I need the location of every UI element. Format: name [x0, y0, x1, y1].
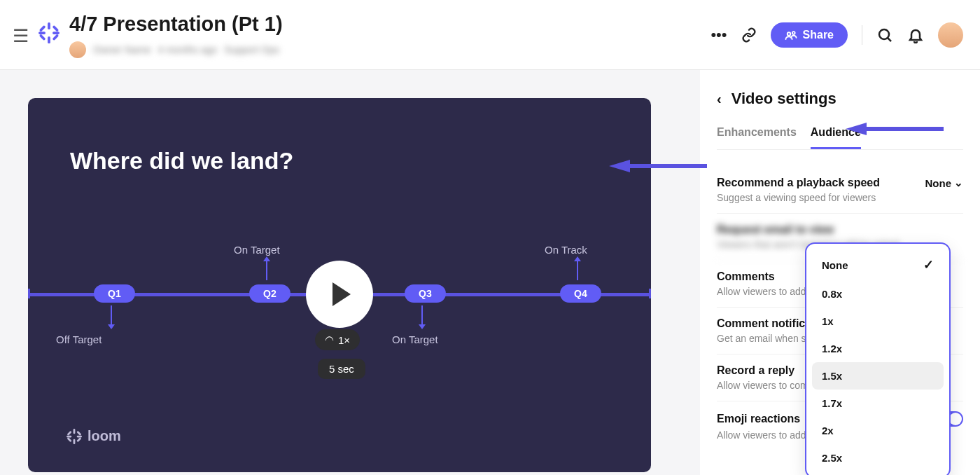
duration-chip: 5 sec	[318, 359, 365, 379]
timeline-tick	[28, 289, 30, 298]
svg-rect-16	[67, 430, 72, 435]
panel-title: Video settings	[732, 90, 836, 108]
search-icon[interactable]	[876, 27, 893, 43]
svg-rect-5	[52, 25, 59, 32]
speed-option-none[interactable]: None✓	[812, 249, 944, 280]
svg-line-11	[888, 38, 891, 41]
svg-point-8	[787, 32, 790, 36]
setting-title: Emoji reactions	[717, 413, 800, 425]
svg-rect-4	[39, 25, 46, 32]
speed-value: 1×	[338, 334, 350, 346]
q3-label: On Target	[392, 333, 438, 345]
setting-playback-speed: Recommend a playback speed None ⌄ Sugges…	[717, 167, 963, 214]
app-header: ☰ 4/7 Presentation (Pt 1) Owner Name 4 m…	[0, 0, 980, 70]
play-button[interactable]	[306, 261, 373, 328]
svg-rect-3	[52, 32, 59, 34]
svg-rect-0	[48, 22, 50, 29]
share-button[interactable]: Share	[771, 22, 848, 48]
arrow-up-icon	[577, 261, 578, 280]
svg-rect-18	[67, 437, 72, 442]
setting-title: Recommend a playback speed	[717, 177, 880, 189]
arrow-down-icon	[111, 305, 112, 325]
page-title: 4/7 Presentation (Pt 1)	[69, 13, 283, 36]
video-area: Where did we land? Q1 Q2 Q3 Q4 Off Targe…	[0, 70, 700, 475]
header-left: ☰ 4/7 Presentation (Pt 1) Owner Name 4 m…	[13, 13, 283, 58]
share-label: Share	[803, 29, 834, 41]
annotation-arrow	[846, 121, 944, 137]
svg-rect-7	[52, 34, 59, 41]
divider	[862, 25, 862, 45]
selected-value: None	[925, 177, 952, 189]
meta-row: Owner Name 4 months ago Support Ops	[69, 41, 283, 58]
q1-label: Off Target	[56, 333, 102, 345]
svg-point-10	[879, 29, 889, 39]
svg-rect-15	[77, 435, 82, 437]
playback-speed-dropdown: None✓ 0.8x 1x 1.2x 1.5x 1.7x 2x 2.5x	[805, 242, 951, 475]
timeline-tick	[649, 289, 651, 298]
back-icon[interactable]: ‹	[717, 91, 722, 107]
svg-rect-1	[48, 36, 50, 43]
svg-rect-19	[76, 437, 81, 442]
gauge-icon: ◠	[325, 333, 334, 346]
speed-option-08x[interactable]: 0.8x	[812, 280, 944, 308]
svg-rect-17	[76, 430, 81, 435]
main-content: Where did we land? Q1 Q2 Q3 Q4 Off Targe…	[0, 70, 980, 475]
svg-point-9	[792, 32, 794, 34]
q4-label: On Track	[545, 244, 587, 256]
speed-option-12x[interactable]: 1.2x	[812, 335, 944, 362]
quarter-badge: Q4	[560, 284, 601, 303]
speed-option-1x[interactable]: 1x	[812, 308, 944, 335]
setting-hint: Suggest a viewing speed for viewers	[717, 192, 963, 203]
quarter-badge: Q1	[94, 284, 135, 303]
tab-enhancements[interactable]: Enhancements	[717, 122, 797, 149]
chevron-down-icon: ⌄	[954, 177, 963, 189]
q2-label: On Target	[234, 244, 280, 256]
header-right: ••• Share	[710, 22, 963, 48]
arrow-down-icon	[421, 305, 423, 325]
svg-rect-2	[38, 32, 46, 34]
quarter-badge: Q2	[249, 284, 290, 303]
brand-text: loom	[88, 428, 121, 444]
svg-marker-20	[609, 160, 707, 172]
author-avatar[interactable]	[69, 41, 86, 58]
logo-icon[interactable]	[38, 22, 59, 46]
svg-rect-6	[39, 34, 46, 41]
quarter-badge: Q3	[405, 284, 446, 303]
svg-rect-13	[74, 439, 76, 443]
play-icon	[332, 282, 351, 306]
panel-header: ‹ Video settings	[717, 90, 963, 108]
svg-marker-21	[846, 123, 944, 135]
meta-folder: Support Ops	[224, 44, 279, 55]
speed-option-25x[interactable]: 2.5x	[812, 444, 944, 471]
meta-author: Owner Name	[93, 44, 150, 55]
bell-icon[interactable]	[907, 27, 924, 43]
slide-title: Where did we land?	[70, 147, 293, 174]
brand-watermark: loom	[66, 428, 121, 444]
user-avatar[interactable]	[938, 22, 963, 48]
speed-option-17x[interactable]: 1.7x	[812, 390, 944, 417]
svg-rect-12	[74, 429, 76, 434]
playback-speed-chip[interactable]: ◠ 1×	[315, 329, 360, 350]
speed-option-15x[interactable]: 1.5x	[812, 362, 944, 390]
playback-speed-selector[interactable]: None ⌄	[925, 177, 964, 189]
speed-option-2x[interactable]: 2x	[812, 417, 944, 444]
video-frame: Where did we land? Q1 Q2 Q3 Q4 Off Targe…	[28, 98, 651, 472]
setting-title: Request email to view	[717, 223, 963, 236]
meta-time: 4 months ago	[158, 44, 217, 55]
arrow-up-icon	[266, 261, 267, 280]
check-icon: ✓	[923, 257, 934, 273]
svg-rect-14	[66, 435, 71, 437]
more-icon[interactable]: •••	[710, 26, 727, 44]
annotation-arrow	[609, 158, 707, 174]
menu-icon[interactable]: ☰	[13, 25, 29, 47]
title-block: 4/7 Presentation (Pt 1) Owner Name 4 mon…	[69, 13, 283, 58]
link-icon[interactable]	[741, 27, 757, 43]
